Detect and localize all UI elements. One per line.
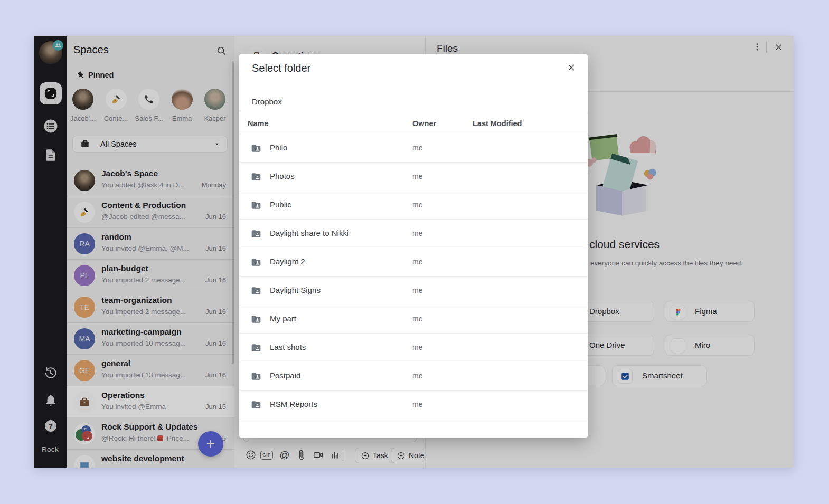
folder-row-daylight-signs[interactable]: Daylight Signsme: [239, 277, 588, 305]
shared-folder-icon: [251, 257, 261, 268]
folder-owner: me: [412, 343, 422, 351]
modal-title: Select folder: [252, 62, 310, 74]
breadcrumb[interactable]: Dropbox: [252, 97, 282, 106]
folder-row-philo[interactable]: Philome: [239, 134, 588, 163]
folder-owner: me: [412, 315, 422, 323]
folder-name: Daylight Signs: [270, 286, 321, 294]
folder-row-postpaid[interactable]: Postpaidme: [239, 362, 588, 391]
shared-folder-icon: [251, 172, 261, 182]
folder-row-daylight-share-to-nikki[interactable]: Daylight share to Nikkime: [239, 220, 588, 248]
modal-close-icon[interactable]: [564, 61, 578, 74]
folder-row-last-shots[interactable]: Last shotsme: [239, 334, 588, 362]
app-window: ? Rock Spaces Pinned Jacob'...Conte...Sa…: [34, 36, 794, 468]
folder-owner: me: [412, 400, 422, 408]
column-header-owner: Owner: [412, 119, 436, 128]
table-header: Name Owner Last Modified: [239, 113, 588, 134]
folder-name: RSM Reports: [270, 400, 317, 408]
folder-name: Public: [270, 200, 291, 209]
shared-folder-icon: [251, 343, 261, 353]
folder-row-rsm-reports[interactable]: RSM Reportsme: [239, 391, 588, 419]
folder-owner: me: [412, 258, 422, 266]
folder-owner: me: [412, 286, 422, 294]
folder-name: Photos: [270, 172, 295, 180]
folder-row-public[interactable]: Publicme: [239, 191, 588, 220]
folder-owner: me: [412, 172, 422, 180]
folder-owner: me: [412, 372, 422, 380]
folder-owner: me: [412, 229, 422, 237]
folder-owner: me: [412, 144, 422, 152]
shared-folder-icon: [251, 143, 261, 154]
shared-folder-icon: [251, 286, 261, 296]
folder-name: Daylight 2: [270, 257, 305, 266]
folder-row-daylight-2[interactable]: Daylight 2me: [239, 248, 588, 277]
column-header-last-modified: Last Modified: [473, 119, 522, 128]
folder-name: Last shots: [270, 343, 306, 351]
shared-folder-icon: [251, 371, 261, 382]
shared-folder-icon: [251, 200, 261, 211]
folder-name: My part: [270, 314, 296, 323]
shared-folder-icon: [251, 400, 261, 410]
folder-row-my-part[interactable]: My partme: [239, 305, 588, 334]
folder-row-photos[interactable]: Photosme: [239, 163, 588, 191]
shared-folder-icon: [251, 229, 261, 239]
folder-owner: me: [412, 201, 422, 209]
folder-name: Philo: [270, 143, 287, 152]
column-header-name: Name: [248, 119, 269, 128]
shared-folder-icon: [251, 314, 261, 325]
select-folder-modal: Select folder Dropbox Name Owner Last Mo…: [239, 54, 588, 438]
folder-name: Daylight share to Nikki: [270, 229, 348, 237]
folder-name: Postpaid: [270, 371, 300, 380]
